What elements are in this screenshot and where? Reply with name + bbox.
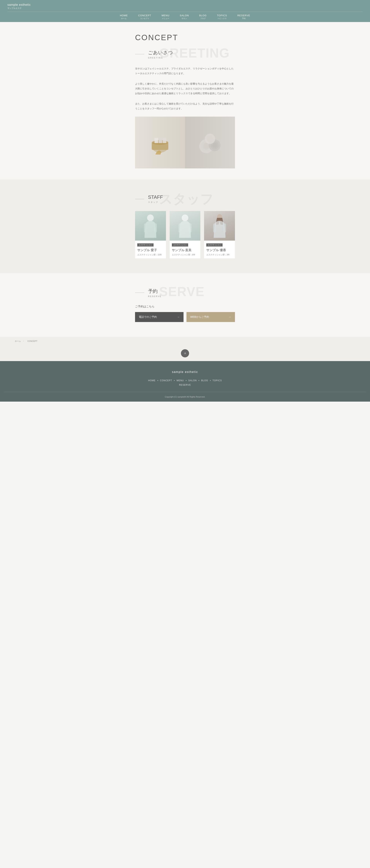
greeting-section: GREETING ごあいさつ GREETING 当サロンはフェイシャルエステ、ブ… — [0, 50, 370, 180]
svg-rect-23 — [223, 223, 226, 232]
staff-card-2: エステティシャン サンプル 直美 エステティシャン歴：6年 — [170, 211, 201, 258]
nav-item-salon[interactable]: SALON サロン — [175, 12, 194, 22]
tel-reservation-button[interactable]: 電話でのご予約 → — [135, 312, 183, 322]
staff-detail-2: エステティシャン歴：6年 — [172, 253, 198, 256]
nav-label-en: TOPICS — [217, 14, 227, 17]
towels-illustration — [195, 128, 225, 157]
nav-item-reserve[interactable]: RESERVE 予約 — [232, 12, 255, 22]
staff-bg-text: スタッフ — [159, 191, 214, 208]
breadcrumb-current: CONCEPT — [27, 340, 37, 342]
nav-label-ja: 予約 — [242, 17, 246, 20]
svg-point-18 — [182, 215, 188, 221]
nav-item-menu[interactable]: MENU メニュー — [157, 12, 175, 22]
greeting-title-en: GREETING — [148, 57, 173, 59]
nav-label-ja: サロン — [181, 17, 187, 20]
footer-logo: sample esthetic — [4, 370, 366, 374]
nav-label-ja: トピックス — [217, 17, 227, 20]
staff-badge-1: エステティシャン — [137, 243, 154, 247]
nav-label-en: SALON — [180, 14, 189, 17]
nav-label-en: BLOG — [199, 14, 207, 17]
greeting-text3: また、お客さまにはご安心して施術を受けていただけるよう、充分な説明や丁寧な施術を… — [135, 101, 235, 111]
svg-point-14 — [207, 135, 213, 142]
footer-nav-topics[interactable]: TOPICS — [212, 379, 222, 382]
greeting-title-ja: ごあいさつ — [148, 50, 173, 56]
footer-nav-blog[interactable]: BLOG — [201, 379, 208, 382]
breadcrumb-separator: ・ — [23, 340, 25, 342]
greeting-text1: 当サロンはフェイシャルエステ、ブライダルエステ、リラクゼーションボディを中心とし… — [135, 66, 235, 76]
staff-card-3: エステティシャン サンプル 優香 エステティシャン歴：3年 — [204, 211, 235, 258]
staff-title-en: STAFF — [148, 194, 163, 200]
nav-label-ja: コンセプト — [140, 17, 149, 20]
staff-detail-1: エステティシャン歴：15年 — [137, 253, 164, 256]
footer-nav-home[interactable]: HOME — [148, 379, 156, 382]
staff-silhouette-2 — [178, 214, 192, 238]
svg-rect-3 — [155, 138, 158, 143]
web-reservation-button[interactable]: WEBからご予約 → — [187, 312, 235, 322]
main-nav: HOME ホーム CONCEPT コンセプト MENU メニュー SALON サ… — [7, 12, 363, 22]
nav-item-topics[interactable]: TOPICS トピックス — [212, 12, 232, 22]
nav-label-ja: ホーム — [121, 17, 127, 20]
staff-name-2: サンプル 直美 — [172, 248, 198, 252]
staff-inner: スタッフ STAFF スタッフ — [120, 194, 250, 258]
svg-rect-17 — [154, 223, 157, 232]
nav-item-home[interactable]: HOME ホーム — [115, 12, 133, 22]
footer-nav-concept[interactable]: CONCEPT — [160, 379, 172, 382]
staff-detail-3: エステティシャン歴：3年 — [206, 253, 233, 256]
header-top: sample esthetic サンプルエステ — [7, 3, 363, 12]
scroll-top-button[interactable]: ∧ — [181, 349, 189, 358]
footer-dot — [199, 380, 199, 381]
concept-main-title: CONCEPT — [135, 33, 235, 42]
greeting-image — [135, 117, 235, 168]
staff-silhouette-3 — [212, 214, 227, 238]
scroll-top-icon: ∧ — [184, 351, 186, 355]
nav-item-blog[interactable]: BLOG ブログ — [194, 12, 212, 22]
nav-label-en: HOME — [120, 14, 128, 17]
nav-label-en: RESERVE — [237, 14, 250, 17]
footer-nav-menu[interactable]: MENU — [176, 379, 184, 382]
svg-rect-5 — [163, 138, 166, 143]
reserve-buttons: 電話でのご予約 → WEBからご予約 → — [135, 312, 235, 322]
web-arrow-icon: → — [228, 315, 231, 319]
section-line — [135, 292, 144, 293]
reserve-title-ja: 予約 — [148, 288, 162, 294]
site-header: sample esthetic サンプルエステ HOME ホーム CONCEPT… — [0, 0, 370, 22]
footer-dot — [186, 380, 187, 381]
svg-point-12 — [212, 143, 217, 148]
greeting-image-inner — [135, 117, 235, 168]
logo-main-text: sample esthetic — [7, 3, 31, 7]
reserve-title-en: RESERVE — [148, 295, 162, 298]
staff-section: スタッフ STAFF スタッフ — [0, 180, 370, 273]
greeting-inner: GREETING ごあいさつ GREETING 当サロンはフェイシャルエステ、ブ… — [120, 50, 250, 168]
nav-label-en: MENU — [162, 14, 169, 17]
staff-card-info-1: エステティシャン サンプル 愛子 エステティシャン歴：15年 — [135, 241, 166, 258]
reserve-subtitle: ご予約はこちら — [135, 305, 235, 308]
svg-rect-19 — [178, 223, 181, 232]
svg-rect-22 — [213, 223, 216, 232]
section-line — [135, 54, 144, 54]
staff-title-ja: スタッフ — [148, 201, 163, 204]
page-wrapper: sample esthetic サンプルエステ HOME ホーム CONCEPT… — [0, 0, 370, 402]
svg-rect-16 — [144, 223, 147, 232]
reserve-header: SERVE 予約 RESERVE — [135, 288, 235, 298]
reserve-inner: SERVE 予約 RESERVE ご予約はこちら 電話でのご予約 → WEBから… — [120, 288, 250, 322]
footer-nav-reserve[interactable]: RESERVE — [179, 384, 191, 386]
staff-grid: エステティシャン サンプル 愛子 エステティシャン歴：15年 — [135, 211, 235, 258]
breadcrumb: ホーム ・ CONCEPT — [15, 340, 355, 343]
staff-photo-1 — [135, 211, 166, 241]
section-line — [135, 199, 144, 199]
staff-header: スタッフ STAFF スタッフ — [135, 194, 235, 204]
tel-button-label: 電話でのご予約 — [139, 315, 157, 319]
staff-card-info-2: エステティシャン サンプル 直美 エステティシャン歴：6年 — [170, 241, 201, 258]
nav-label-ja: メニュー — [162, 17, 169, 20]
nav-item-concept[interactable]: CONCEPT コンセプト — [133, 12, 157, 22]
site-logo[interactable]: sample esthetic サンプルエステ — [7, 3, 31, 9]
footer-copyright: Copyright (C) sample64 All Rights Reserv… — [4, 392, 366, 398]
reserve-bg-text: SERVE — [159, 284, 205, 299]
reserve-title-block: SERVE 予約 RESERVE — [148, 288, 162, 298]
footer-dot — [158, 380, 158, 381]
tel-arrow-icon: → — [177, 315, 180, 319]
breadcrumb-home[interactable]: ホーム — [15, 340, 21, 342]
footer-dot — [210, 380, 211, 381]
staff-name-1: サンプル 愛子 — [137, 248, 164, 252]
footer-nav-salon[interactable]: SALON — [188, 379, 197, 382]
